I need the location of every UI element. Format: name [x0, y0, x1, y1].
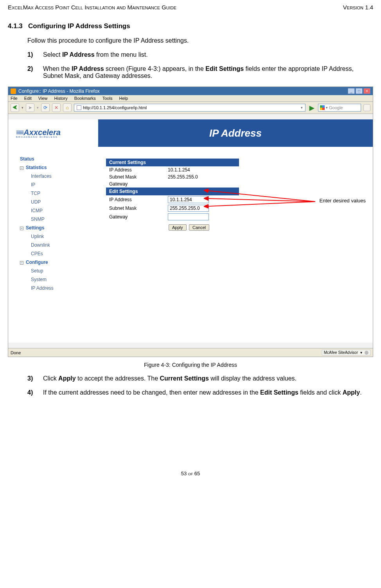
doc-title-left: ExcelMax Access Point Cell Installation …: [8, 4, 176, 11]
nav-uplink[interactable]: Uplink: [20, 232, 94, 241]
collapse-icon[interactable]: −: [20, 227, 23, 230]
status-dot-icon: [365, 351, 368, 355]
logo-text: Axxcelera: [16, 128, 61, 137]
close-button[interactable]: ×: [363, 88, 370, 94]
nav-system[interactable]: System: [20, 275, 94, 284]
toolbar-separator: [8, 114, 373, 119]
section-intro: Follow this procedure to configure the I…: [27, 37, 373, 44]
forward-dropdown-icon: ▾: [37, 106, 39, 110]
annotation-text: Enter desired values: [319, 198, 366, 204]
menu-view[interactable]: View: [38, 96, 48, 101]
page-title: IP Address: [209, 127, 262, 139]
menu-history[interactable]: History: [54, 96, 68, 101]
url-text: http://10.1.1.254/configure/ip.html: [83, 105, 147, 110]
nav-settings[interactable]: −Settings: [20, 224, 94, 232]
ip-address-input[interactable]: [168, 196, 209, 203]
field-label: Subnet Mask: [109, 206, 168, 211]
minimize-button[interactable]: _: [348, 88, 355, 94]
step-number: 4): [27, 389, 43, 396]
gateway-input[interactable]: [168, 213, 209, 220]
nav-tcp[interactable]: TCP: [20, 189, 94, 198]
go-button[interactable]: ▶: [308, 104, 316, 112]
menu-help[interactable]: Help: [119, 96, 128, 101]
field-value: 10.1.1.254: [168, 167, 190, 173]
collapse-icon[interactable]: −: [20, 261, 23, 265]
nav-icmp[interactable]: ICMP: [20, 206, 94, 215]
nav-ip-address[interactable]: IP Address: [20, 284, 94, 292]
app-body: Status −Statistics Interfaces IP TCP UDP…: [8, 147, 373, 331]
nav-snmp[interactable]: SNMP: [20, 215, 94, 224]
menu-bookmarks[interactable]: Bookmarks: [74, 96, 96, 101]
nav-configure[interactable]: −Configure: [20, 258, 94, 267]
cancel-button[interactable]: Cancel: [189, 224, 209, 231]
apply-button[interactable]: Apply: [169, 224, 187, 231]
home-button[interactable]: ⌂: [63, 103, 72, 112]
current-ip-row: IP Address 10.1.1.254: [106, 166, 247, 173]
step-number: 2): [27, 65, 43, 79]
current-settings-header: Current Settings: [106, 159, 239, 166]
figure-screenshot: Configure:: IP Address - Mozilla Firefox…: [8, 87, 373, 357]
current-mask-row: Subnet Mask 255.255.255.0: [106, 173, 247, 180]
url-dropdown-icon[interactable]: ▾: [301, 106, 303, 110]
menu-file[interactable]: File: [11, 96, 18, 101]
maximize-button[interactable]: □: [356, 88, 363, 94]
subnet-mask-input[interactable]: [168, 205, 209, 212]
back-dropdown-icon[interactable]: ▾: [22, 106, 23, 110]
figure-caption: Figure 4-3: Configuring the IP Address: [8, 362, 373, 368]
nav-downlink[interactable]: Downlink: [20, 241, 94, 249]
nav-status[interactable]: Status: [20, 155, 94, 163]
forward-button[interactable]: ➤: [26, 103, 34, 112]
field-label: IP Address: [109, 167, 168, 173]
google-icon: [320, 105, 325, 110]
search-bar[interactable]: ▾ Google: [318, 104, 361, 112]
section-title: Configuring IP Address Settings: [28, 22, 130, 30]
edit-gateway-row: Gateway: [106, 213, 247, 221]
reload-button[interactable]: ⟳: [41, 103, 50, 112]
menu-edit[interactable]: Edit: [24, 96, 32, 101]
step-number: 3): [27, 375, 43, 382]
field-value: 255.255.255.0: [168, 174, 198, 180]
step-content: When the IP Address screen (Figure 4-3:)…: [43, 65, 373, 79]
siteadvisor-badge[interactable]: McAfee SiteAdvisor ▾: [322, 350, 370, 355]
section-number: 4.1.3: [8, 22, 23, 30]
menu-tools[interactable]: Tools: [102, 96, 113, 101]
page-title-banner: IP Address: [98, 119, 373, 147]
url-bar[interactable]: http://10.1.1.254/configure/ip.html ▾: [74, 104, 306, 112]
step-3: 3) Click Apply to accept the addresses. …: [27, 375, 373, 382]
nav-setup[interactable]: Setup: [20, 267, 94, 275]
step-4: 4) If the current addresses need to be c…: [27, 389, 373, 396]
section-heading: 4.1.3 Configuring IP Address Settings: [8, 22, 373, 30]
search-placeholder: Google: [329, 105, 343, 110]
field-label: Gateway: [109, 214, 168, 220]
content-spacer: [8, 331, 373, 343]
current-gateway-row: Gateway: [106, 180, 247, 188]
search-submit-icon[interactable]: [363, 104, 370, 111]
bottom-strip: [8, 343, 373, 348]
collapse-icon[interactable]: −: [20, 166, 23, 170]
nav-udp[interactable]: UDP: [20, 198, 94, 206]
nav-statistics[interactable]: −Statistics: [20, 163, 94, 172]
nav-cpes[interactable]: CPEs: [20, 249, 94, 258]
button-row: Apply Cancel: [106, 221, 365, 231]
field-label: IP Address: [109, 197, 168, 202]
page-icon: [77, 105, 81, 110]
status-text: Done: [11, 350, 21, 355]
step-content: Select IP Address from the menu list.: [43, 51, 373, 58]
doc-title-right: Version 1.4: [343, 4, 373, 11]
field-label: Subnet Mask: [109, 174, 168, 180]
search-engine-dropdown-icon[interactable]: ▾: [326, 106, 328, 110]
step-number: 1): [27, 51, 43, 58]
dropdown-icon: ▾: [360, 350, 362, 355]
edit-mask-row: Subnet Mask: [106, 204, 247, 213]
edit-ip-row: IP Address: [106, 195, 247, 204]
logo: Axxcelera BROADBAND WIRELESS: [8, 119, 98, 147]
window-title: Configure:: IP Address - Mozilla Firefox: [18, 88, 100, 94]
browser-menubar: File Edit View History Bookmarks Tools H…: [8, 95, 373, 102]
page-footer: 53 of 65: [8, 471, 373, 476]
edit-settings-header: Edit Settings: [106, 188, 239, 195]
back-button[interactable]: ⮜: [11, 103, 19, 112]
step-2: 2) When the IP Address screen (Figure 4-…: [27, 65, 373, 79]
nav-interfaces[interactable]: Interfaces: [20, 172, 94, 180]
nav-ip[interactable]: IP: [20, 180, 94, 189]
stop-button[interactable]: ✕: [52, 103, 61, 112]
